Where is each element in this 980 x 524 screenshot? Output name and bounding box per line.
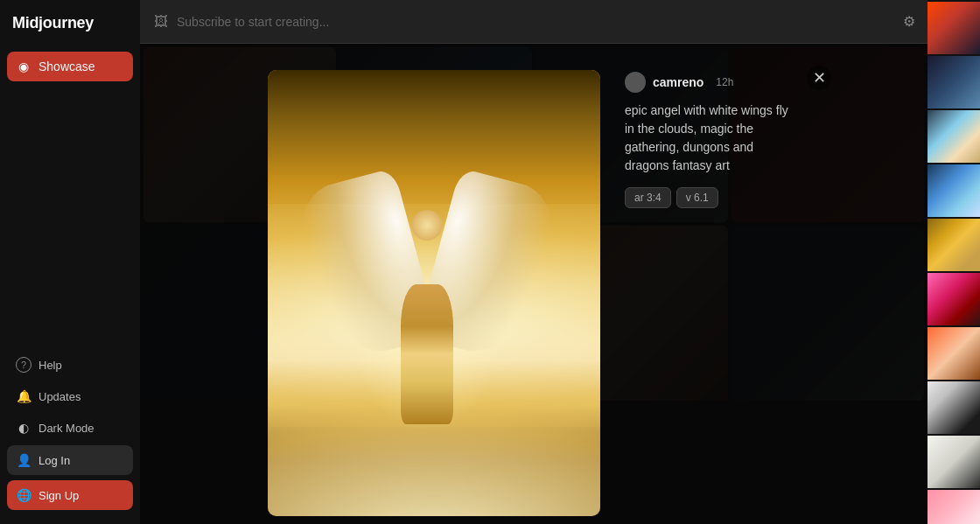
sidebar-item-showcase[interactable]: ◉ Showcase	[7, 52, 133, 81]
signup-button[interactable]: 🌐 Sign Up	[7, 480, 133, 510]
angel-body	[401, 284, 453, 424]
topbar: 🖼 Subscribe to start creating... ⚙	[140, 0, 928, 44]
filter-button[interactable]: ⚙	[903, 13, 915, 30]
bell-icon: 🔔	[16, 388, 32, 404]
login-button[interactable]: 👤 Log In	[7, 445, 133, 475]
darkmode-label: Dark Mode	[38, 422, 94, 435]
modal-container: ✕	[268, 70, 800, 516]
modal-user-row: camreno 12h	[625, 72, 800, 93]
thumb-item-6[interactable]	[928, 273, 980, 325]
thumb-item-8[interactable]	[928, 381, 980, 434]
thumb-visual-5	[928, 219, 980, 271]
thumb-visual-7	[928, 327, 980, 380]
modal-username: camreno	[653, 75, 704, 89]
help-icon: ?	[16, 357, 32, 373]
sidebar-nav: ◉ Showcase	[0, 46, 140, 342]
thumb-item-2[interactable]	[928, 56, 980, 108]
thumb-visual-8	[928, 381, 980, 434]
showcase-icon: ◉	[16, 59, 32, 74]
modal-avatar	[625, 72, 646, 93]
thumb-visual-10	[928, 490, 980, 524]
modal-info-panel: camreno 12h epic angel with white wings …	[625, 70, 800, 208]
modal-close-button[interactable]: ✕	[807, 66, 831, 90]
sidebar: Midjourney ◉ Showcase ? Help 🔔 Updates ◐…	[0, 0, 140, 524]
modal-tag-version[interactable]: v 6.1	[676, 187, 718, 208]
angel-scene	[268, 70, 600, 516]
modal-tag-ar[interactable]: ar 3:4	[625, 187, 671, 208]
signup-label: Sign Up	[38, 489, 79, 502]
thumbnail-strip	[928, 0, 980, 524]
login-label: Log In	[38, 454, 70, 467]
app-logo: Midjourney	[0, 0, 140, 46]
thumb-visual-4	[928, 164, 980, 217]
help-item[interactable]: ? Help	[7, 351, 133, 379]
thumb-item-10[interactable]	[928, 490, 980, 524]
help-label: Help	[38, 359, 62, 372]
thumb-visual-1	[928, 2, 980, 54]
thumb-item-4[interactable]	[928, 164, 980, 217]
thumb-visual-2	[928, 56, 980, 108]
modal-overlay[interactable]: ✕	[140, 44, 928, 524]
topbar-left: 🖼 Subscribe to start creating...	[152, 13, 329, 31]
content-area: ✕	[140, 44, 928, 524]
thumb-item-1[interactable]	[928, 2, 980, 54]
darkmode-icon: ◐	[16, 420, 32, 436]
sidebar-item-label: Showcase	[38, 59, 95, 73]
close-icon: ✕	[813, 68, 826, 87]
angel-figure	[357, 162, 497, 424]
thumb-item-3[interactable]	[928, 110, 980, 163]
darkmode-item[interactable]: ◐ Dark Mode	[7, 414, 133, 442]
modal-prompt: epic angel with white wings fly in the c…	[625, 101, 800, 175]
updates-item[interactable]: 🔔 Updates	[7, 382, 133, 410]
globe-icon: 🌐	[16, 487, 32, 503]
angel-head	[412, 210, 443, 241]
thumb-visual-6	[928, 273, 980, 325]
thumb-visual-3	[928, 110, 980, 163]
modal-image	[268, 70, 600, 516]
thumb-item-9[interactable]	[928, 436, 980, 488]
sidebar-footer: ? Help 🔔 Updates ◐ Dark Mode 👤 Log In 🌐 …	[0, 342, 140, 524]
topbar-placeholder: Subscribe to start creating...	[177, 15, 329, 29]
main-content: 🖼 Subscribe to start creating... ⚙ ✕	[140, 0, 928, 524]
image-icon: 🖼	[152, 13, 170, 31]
thumb-item-5[interactable]	[928, 219, 980, 271]
modal-time: 12h	[716, 76, 733, 88]
user-icon: 👤	[16, 452, 32, 468]
updates-label: Updates	[38, 390, 80, 403]
thumb-item-7[interactable]	[928, 327, 980, 380]
modal-tags: ar 3:4 v 6.1	[625, 187, 800, 208]
thumb-visual-9	[928, 436, 980, 488]
